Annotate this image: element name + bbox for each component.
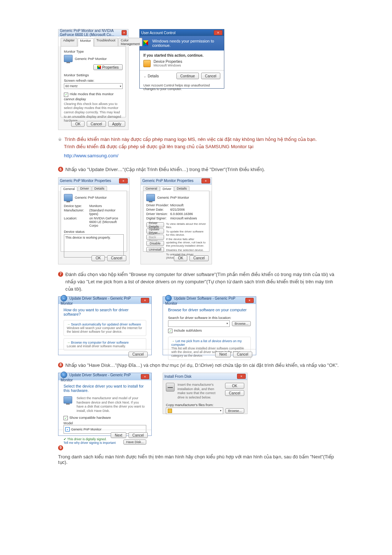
refresh-rate-select[interactable]: 60 Hertz▾: [64, 83, 123, 89]
browse-button[interactable]: Browse...: [232, 321, 251, 326]
disk-icon: [166, 383, 175, 392]
ok-button[interactable]: OK: [91, 255, 105, 261]
browse-button[interactable]: Browse...: [225, 408, 244, 413]
close-icon[interactable]: ×: [201, 178, 210, 183]
uninstall-button[interactable]: Uninstall: [146, 247, 164, 252]
driver-details-button[interactable]: Driver Details: [146, 222, 164, 227]
chevron-down-icon: ▾: [226, 322, 228, 325]
install-disk-msg: Insert the manufacturer's installation d…: [177, 383, 222, 400]
tab-details[interactable]: Details: [92, 186, 107, 191]
continue-button[interactable]: Continue: [176, 73, 199, 79]
device-name: Generic PnP Monitor: [157, 195, 189, 199]
samsung-link[interactable]: http://www.samsung.com/: [64, 152, 341, 159]
tab-adapter[interactable]: Adapter: [61, 38, 77, 46]
have-disk-button[interactable]: Have Disk...: [123, 439, 146, 445]
location-value: on NVIDIA GeForce 6600 LE (Microsoft Cor…: [89, 216, 124, 227]
close-icon[interactable]: ×: [214, 30, 222, 35]
wizard-crumb: Update Driver Software - Generic PnP Mon…: [61, 373, 131, 382]
copy-from-input[interactable]: ▾: [166, 408, 223, 414]
apply-button[interactable]: Apply: [108, 121, 125, 127]
step-7-text: Đánh dấu chọn vào hộp kiểm "Browse my co…: [65, 271, 341, 293]
copy-from-label: Copy manufacturer's files from:: [166, 403, 244, 407]
close-icon[interactable]: ×: [237, 374, 246, 379]
step-8-badge: 8: [58, 362, 63, 368]
tab-driver[interactable]: Driver: [160, 186, 174, 191]
option-search-auto[interactable]: → Search automatically for updated drive…: [64, 320, 146, 336]
device-name: Generic PnP Monitor: [75, 195, 107, 199]
uac-banner: Windows needs your permission to contion…: [140, 36, 224, 50]
tab-general[interactable]: General: [61, 186, 77, 191]
option-browse[interactable]: → Browse my computer for driver software…: [64, 338, 146, 351]
close-icon[interactable]: ×: [245, 298, 254, 303]
step-8-text: Nhấp vào "Have Disk…"(Nạp Đĩa…) và chọn …: [65, 362, 339, 369]
cancel-button[interactable]: Cancel: [128, 352, 148, 357]
details-toggle[interactable]: Details: [148, 74, 159, 78]
uac-program-name: Device Properties: [154, 60, 182, 64]
properties-button[interactable]: Properties: [93, 64, 123, 70]
wizard-select-driver-dialog: ←Update Driver Software - Generic PnP Mo…: [58, 373, 152, 436]
install-from-disk-dialog: Install From Disk × Insert the manufactu…: [163, 373, 248, 414]
include-subfolders-checkbox[interactable]: ✓Include subfolders: [168, 328, 251, 333]
ok-button[interactable]: OK: [225, 383, 244, 389]
tab-monitor[interactable]: Monitor: [78, 38, 94, 46]
cancel-button[interactable]: Cancel: [189, 255, 209, 261]
cancel-button[interactable]: Cancel: [201, 73, 220, 79]
monitor-icon: [64, 194, 73, 201]
back-icon[interactable]: ←: [61, 372, 67, 378]
dialog-title: Generic PnP Monitor Properties: [60, 179, 111, 183]
shield-icon: [143, 40, 148, 46]
cancel-button[interactable]: Cancel: [87, 121, 106, 127]
close-icon[interactable]: ×: [122, 30, 127, 35]
wizard-heading: Browse for driver software on your compu…: [168, 308, 251, 312]
monitor-icon: [146, 194, 155, 201]
tab-details[interactable]: Details: [174, 186, 189, 191]
close-icon[interactable]: ×: [141, 298, 149, 303]
uac-publisher: Microsoft Windows: [154, 64, 182, 67]
search-path-input[interactable]: ▾: [168, 320, 230, 327]
show-compatible-checkbox[interactable]: ✓Show compatible hardware: [64, 416, 146, 421]
wizard-heading: How do you want to search for driver sof…: [64, 308, 146, 316]
rollback-button[interactable]: Roll Back Driver: [146, 235, 164, 240]
monitor-tabs: Adapter Monitor Troubleshoot Color Manag…: [58, 36, 128, 46]
signed-note: ✔ This driver is digitally signed.: [64, 437, 116, 441]
shield-icon: [97, 65, 101, 69]
props-driver-dialog: Generic PnP Monitor Properties × General…: [140, 177, 212, 264]
dialog-title-bar: Generic PnP Monitor and NVIDIA GeForce 6…: [58, 29, 128, 36]
cancel-button[interactable]: Cancel: [107, 255, 126, 261]
close-icon[interactable]: ×: [119, 178, 128, 183]
signing-link[interactable]: Tell me why driver signing is important: [64, 441, 116, 445]
hide-modes-checkbox[interactable]: ✓Hide modes that this monitor cannot dis…: [64, 92, 123, 101]
step-9-text: Trong danh sách kiểu màn hình được hiển …: [58, 454, 341, 465]
uac-instruction: If you started this action, continue.: [143, 53, 220, 57]
wizard-browse-dialog: ←Update Driver Software - Generic PnP Mo…: [163, 296, 256, 355]
uac-banner-text: Windows needs your permission to contion…: [152, 39, 220, 48]
install-note: ※ Trình điều khiển màn hình này được cấp…: [58, 136, 341, 159]
chevron-down-icon: ▾: [220, 409, 221, 412]
wizard-desc: Select the manufacturer and model of you…: [77, 396, 146, 413]
dialog-title: Generic PnP Monitor Properties: [142, 179, 193, 183]
ok-button[interactable]: OK: [174, 255, 187, 261]
tab-driver[interactable]: Driver: [78, 186, 91, 191]
back-icon[interactable]: ←: [61, 295, 67, 301]
cancel-button[interactable]: Cancel: [233, 352, 252, 357]
cancel-button[interactable]: Cancel: [128, 432, 148, 438]
close-icon[interactable]: ×: [141, 374, 149, 379]
props-general-dialog: Generic PnP Monitor Properties × General…: [58, 177, 130, 264]
ok-button[interactable]: OK: [71, 121, 84, 127]
tab-troubleshoot[interactable]: Troubleshoot: [94, 38, 118, 46]
wizard-crumb: Update Driver Software - Generic PnP Mon…: [61, 296, 131, 306]
asterisk-icon: ※: [58, 137, 62, 142]
cancel-button[interactable]: Cancel: [225, 390, 244, 396]
program-icon: [143, 60, 151, 67]
disable-button[interactable]: Disable: [146, 241, 164, 246]
uac-title: User Account Control: [141, 31, 176, 35]
next-button[interactable]: Next: [215, 352, 231, 357]
step-6-text: Nhấp vào "Update Driver…"(Cập nhật Trình…: [65, 166, 265, 173]
step-9-badge: 9: [58, 445, 63, 450]
monitor-type-label: Monitor Type: [64, 49, 123, 53]
back-icon[interactable]: ←: [165, 295, 172, 301]
next-button[interactable]: Next: [111, 432, 126, 438]
tab-general[interactable]: General: [143, 186, 160, 191]
tab-color-mgmt[interactable]: Color Management: [118, 38, 143, 46]
search-location-label: Search for driver software in this locat…: [168, 316, 251, 320]
